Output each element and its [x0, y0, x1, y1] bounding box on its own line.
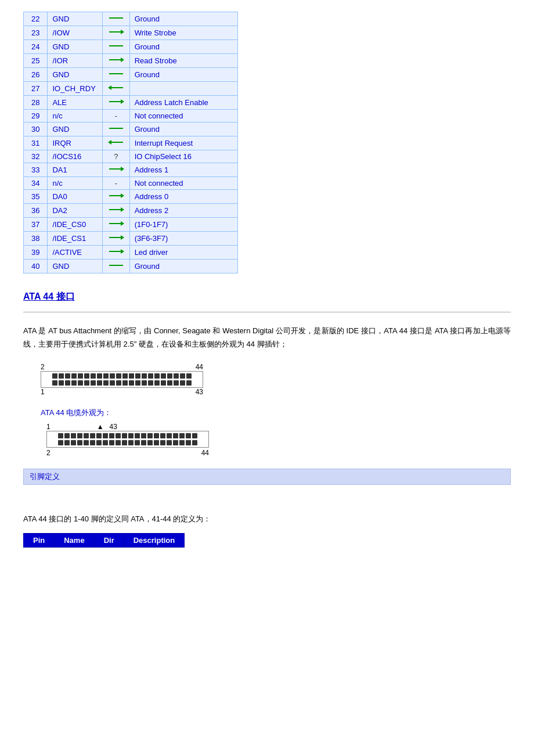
connector-bottom-numbers: 1 43 — [41, 388, 203, 396]
pin-dot — [97, 373, 102, 379]
pin-dot — [64, 433, 70, 438]
pin-dot — [142, 373, 147, 379]
pin-dot — [109, 440, 114, 445]
cable-label: ATA 44 电缆外观为： — [41, 408, 511, 418]
pin-name: GND — [48, 40, 103, 54]
pin-dot — [58, 433, 63, 438]
dash-icon — [108, 14, 124, 22]
connector-top-numbers: 2 44 — [41, 363, 203, 371]
pin-dot — [65, 380, 70, 386]
pin-dot — [84, 373, 89, 379]
pin-dot — [186, 373, 192, 379]
pin-dot — [97, 380, 102, 386]
pin-name: DA1 — [48, 163, 103, 177]
pin-name: DA2 — [48, 204, 103, 218]
dash-icon — [108, 42, 124, 50]
pin-dot — [59, 380, 64, 386]
arrow-left-icon — [108, 138, 124, 146]
pin-dir — [103, 246, 130, 260]
pin-name: /IOR — [48, 54, 103, 68]
pin-dot — [96, 433, 102, 438]
pin-description: Ground — [129, 12, 237, 26]
pin-dot — [71, 440, 76, 445]
pin-dot — [154, 440, 159, 445]
pin-dot — [167, 380, 172, 386]
pin-dot — [174, 380, 179, 386]
pin-dot — [135, 440, 140, 445]
pins-row-bottom — [44, 380, 200, 386]
pin-dot — [103, 440, 108, 445]
pin-description: Address 2 — [129, 204, 237, 218]
pin-description: Interrupt Request — [129, 136, 237, 150]
pin-dir — [103, 12, 130, 26]
pin-number: 35 — [24, 190, 48, 204]
arrow-right-icon — [108, 219, 124, 228]
pin-dot — [174, 373, 179, 379]
pin-dot — [109, 433, 114, 438]
pin-dir — [103, 204, 130, 218]
pin-dot — [103, 380, 109, 386]
pin-description: Not connected — [129, 110, 237, 123]
pin-description — [129, 82, 237, 96]
pin-dot — [154, 373, 160, 379]
pin-dir — [103, 26, 130, 40]
pin-name: GND — [48, 260, 103, 273]
pin-number: 24 — [24, 40, 48, 54]
pin-name: ALE — [48, 96, 103, 110]
svg-marker-15 — [121, 167, 124, 171]
pin-dir: - — [103, 110, 130, 123]
pin-dot — [186, 433, 191, 438]
pin-dot — [161, 380, 166, 386]
pin-dir — [103, 68, 130, 82]
pin-dot — [141, 433, 146, 438]
pin-dot — [78, 380, 83, 386]
pin-dot — [59, 373, 64, 379]
connector-diagram-1: 2 44 1 43 — [41, 363, 511, 396]
pin-dot — [52, 373, 57, 379]
pin-dot — [116, 433, 121, 438]
pin-dot — [186, 440, 191, 445]
arrow-right-icon — [108, 28, 124, 36]
svg-marker-8 — [108, 85, 111, 90]
pin-dot — [173, 440, 178, 445]
pin-dot — [90, 440, 95, 445]
pin-dot — [147, 440, 153, 445]
header-table: PinNameDirDescription — [23, 533, 185, 548]
svg-marker-23 — [121, 235, 124, 240]
conn2-bottom-right: 44 — [201, 449, 209, 457]
pin-number: 30 — [24, 123, 48, 136]
section-title: ATA 44 接口 — [23, 291, 511, 303]
section-bar: 引脚定义 — [23, 469, 511, 485]
arrow-left-icon — [108, 84, 124, 92]
pin-name: DA0 — [48, 190, 103, 204]
pin-dot — [122, 380, 128, 386]
pin-dot — [179, 440, 185, 445]
section-bar-label: 引脚定义 — [30, 472, 60, 481]
pin-dot — [180, 373, 185, 379]
conn1-bottom-right: 43 — [196, 388, 203, 396]
pin-description: Not connected — [129, 177, 237, 190]
pin-description: Ground — [129, 68, 237, 82]
arrow-right-icon — [108, 247, 124, 255]
pin-name: /IOW — [48, 26, 103, 40]
pin-description: Ground — [129, 260, 237, 273]
pin-dot — [64, 440, 70, 445]
pin-dir — [103, 96, 130, 110]
pin-dot — [116, 373, 121, 379]
pin-name: /IDE_CS0 — [48, 218, 103, 232]
pin-dot — [135, 380, 140, 386]
conn2-top-right: 43 — [110, 423, 117, 431]
pin-dot — [90, 433, 95, 438]
pin-name: IO_CH_RDY — [48, 82, 103, 96]
pin-description: Address Latch Enable — [129, 96, 237, 110]
pin-dir: ? — [103, 150, 130, 163]
header-cell: Description — [124, 533, 185, 547]
divider — [23, 312, 511, 312]
pin-dir — [103, 163, 130, 177]
svg-marker-19 — [121, 207, 124, 212]
dash-icon — [108, 70, 124, 78]
dash-icon — [108, 261, 124, 269]
dash-icon — [108, 124, 124, 132]
pin-dot — [154, 380, 160, 386]
svg-marker-25 — [121, 249, 124, 254]
